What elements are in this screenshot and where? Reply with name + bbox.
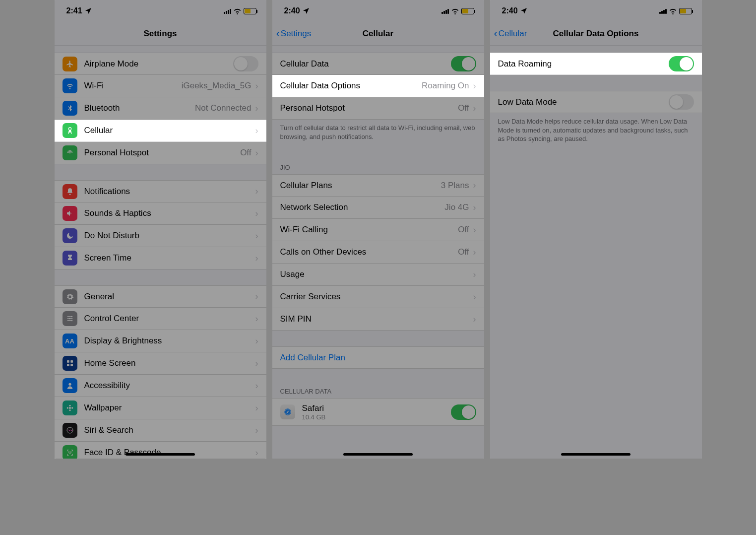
row-value: Not Connected (195, 103, 251, 113)
list-row[interactable]: Usage› (272, 264, 484, 286)
back-button[interactable]: ‹ Settings (276, 28, 312, 39)
toggle[interactable] (669, 94, 694, 110)
list-row[interactable]: Cellular Plans3 Plans› (272, 174, 484, 197)
back-label: Cellular (499, 29, 527, 39)
chevron-left-icon: ‹ (276, 28, 280, 39)
row-sublabel: 10.4 GB (302, 413, 451, 421)
list-row[interactable]: Wi-Fi CallingOff› (272, 219, 484, 241)
list-row[interactable]: Add Cellular Plan (272, 346, 484, 369)
status-time: 2:40 (502, 6, 518, 15)
row-label: Cellular Plans (280, 181, 441, 191)
list-row[interactable]: Calls on Other DevicesOff› (272, 241, 484, 264)
chevron-right-icon: › (255, 291, 258, 302)
moon-icon (63, 228, 77, 243)
content: Airplane ModeWi-FiiGeeks_Media_5G›Blueto… (55, 46, 266, 459)
list-row[interactable]: BluetoothNot Connected› (55, 97, 266, 120)
chevron-right-icon: › (255, 81, 258, 91)
list-row[interactable]: Wallpaper› (55, 397, 266, 419)
list-row[interactable]: Low Data Mode (490, 91, 702, 113)
signal-icon (659, 8, 667, 14)
list-row[interactable]: Cellular› (55, 120, 266, 142)
airplane-icon (63, 57, 77, 71)
page-title: Cellular Data Options (553, 29, 639, 39)
row-label: Display & Brightness (84, 336, 255, 346)
chevron-left-icon: ‹ (494, 28, 498, 39)
grid-icon (63, 356, 77, 371)
list-row[interactable]: Personal HotspotOff› (55, 142, 266, 164)
list-row[interactable]: Cellular Data (272, 53, 484, 75)
status-bar: 2:41 (55, 0, 266, 22)
svg-rect-4 (67, 360, 69, 363)
list-row[interactable]: Control Center› (55, 308, 266, 330)
svg-point-8 (68, 383, 71, 386)
chevron-right-icon: › (255, 103, 258, 114)
list-row[interactable]: SIM PIN› (272, 308, 484, 331)
list-row[interactable]: Airplane Mode (55, 53, 266, 75)
toggle[interactable] (669, 56, 694, 71)
row-label: Do Not Disturb (84, 231, 255, 241)
section-footer: Turn off cellular data to restrict all d… (272, 120, 484, 145)
svg-rect-7 (70, 364, 73, 366)
content: Cellular DataCellular Data OptionsRoamin… (272, 46, 484, 459)
home-indicator[interactable] (561, 453, 630, 456)
list-row[interactable]: Network SelectionJio 4G› (272, 197, 484, 219)
row-label: Accessibility (84, 381, 255, 391)
home-indicator[interactable] (343, 453, 413, 456)
svg-point-1 (70, 316, 72, 318)
row-label: Cellular Data Options (280, 81, 422, 91)
list-row[interactable]: Data Roaming (490, 53, 702, 75)
row-label: Low Data Mode (498, 97, 669, 107)
list-row[interactable]: AADisplay & Brightness› (55, 330, 266, 352)
section: Add Cellular Plan (272, 346, 484, 369)
section: Data Roaming (490, 53, 702, 75)
svg-point-16 (70, 452, 71, 452)
row-label: Calls on Other Devices (280, 247, 458, 257)
nav-bar: Settings (55, 22, 266, 46)
section: Cellular DataCellular Data OptionsRoamin… (272, 53, 484, 145)
nav-bar: ‹ Settings Cellular (272, 22, 484, 46)
chevron-right-icon: › (255, 425, 258, 436)
chevron-right-icon: › (255, 448, 258, 458)
list-row[interactable]: Notifications› (55, 180, 266, 202)
home-indicator[interactable] (126, 453, 195, 456)
section-header: JIO (272, 161, 484, 174)
row-label: Cellular (84, 126, 255, 135)
chevron-right-icon: › (255, 208, 258, 219)
list-row[interactable]: Home Screen› (55, 352, 266, 375)
list-row[interactable]: Accessibility› (55, 375, 266, 397)
hourglass-icon (63, 251, 77, 266)
sliders-icon (63, 311, 77, 326)
list-row[interactable]: General› (55, 285, 266, 308)
list-row[interactable]: Sounds & Haptics› (55, 202, 266, 225)
chevron-right-icon: › (255, 253, 258, 264)
chevron-right-icon: › (255, 358, 258, 369)
chevron-right-icon: › (255, 403, 258, 413)
row-label: Home Screen (84, 358, 255, 368)
bell-icon (63, 184, 77, 199)
toggle[interactable] (233, 56, 258, 71)
status-bar: 2:40 (272, 0, 484, 22)
list-row[interactable]: Safari10.4 GB (272, 398, 484, 426)
chevron-right-icon: › (255, 148, 258, 158)
list-row[interactable]: Siri & Search› (55, 419, 266, 442)
toggle[interactable] (451, 56, 476, 71)
section-footer: Low Data Mode helps reduce cellular data… (490, 113, 702, 147)
back-button[interactable]: ‹ Cellular (494, 28, 527, 39)
svg-rect-5 (70, 360, 73, 363)
list-row[interactable]: Face ID & Passcode› (55, 442, 266, 459)
list-row[interactable]: Wi-FiiGeeks_Media_5G› (55, 75, 266, 97)
row-value: iGeeks_Media_5G (182, 81, 252, 91)
screen-0: 2:41 Settings Airplane ModeWi-FiiGeeks_M… (55, 0, 266, 459)
aa-icon: AA (63, 334, 77, 348)
wifi-status-icon (233, 8, 242, 14)
list-row[interactable]: Cellular Data OptionsRoaming On› (272, 75, 484, 97)
list-row[interactable]: Personal HotspotOff› (272, 97, 484, 120)
list-row[interactable]: Carrier Services› (272, 286, 484, 308)
toggle[interactable] (451, 404, 476, 420)
chevron-right-icon: › (255, 126, 258, 136)
list-row[interactable]: Do Not Disturb› (55, 225, 266, 247)
signal-icon (441, 8, 449, 14)
section: General›Control Center›AADisplay & Brigh… (55, 285, 266, 459)
list-row[interactable]: Screen Time› (55, 247, 266, 269)
row-label: Wallpaper (84, 403, 255, 413)
